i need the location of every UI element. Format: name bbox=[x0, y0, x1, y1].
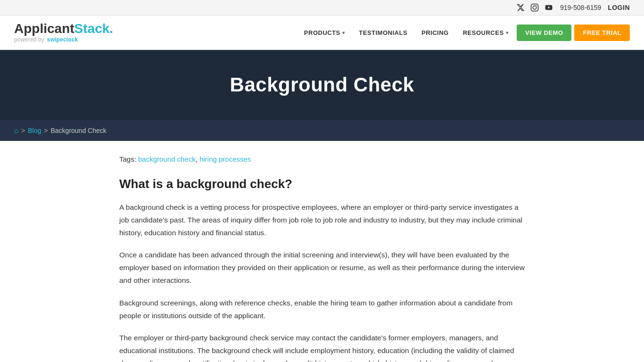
nav-products[interactable]: PRODUCTS ▾ bbox=[298, 25, 350, 40]
tag-background-check[interactable]: background check bbox=[138, 155, 196, 163]
chevron-down-icon: ▾ bbox=[506, 30, 509, 35]
logo-stack: Stack bbox=[74, 21, 110, 36]
social-icons bbox=[516, 3, 553, 12]
breadcrumb-sep-1: > bbox=[21, 127, 25, 134]
hero-banner: Background Check bbox=[0, 50, 644, 120]
view-demo-button[interactable]: VIEW DEMO bbox=[517, 25, 571, 41]
svg-rect-0 bbox=[531, 4, 538, 11]
hero-title: Background Check bbox=[14, 74, 630, 96]
nav-links: PRODUCTS ▾ TESTIMONIALS PRICING RESOURCE… bbox=[298, 25, 630, 41]
tag-hiring-processes[interactable]: hiring processes bbox=[199, 155, 251, 163]
logo-applicant: Applicant bbox=[14, 21, 74, 36]
breadcrumb-home-icon[interactable]: ⌂ bbox=[14, 126, 18, 134]
article-para-3: Background screenings, along with refere… bbox=[119, 296, 525, 322]
phone-number: 919-508-6159 bbox=[560, 4, 601, 11]
logo-subtitle: powered by swipeclock bbox=[14, 36, 79, 43]
article-para-1: A background check is a vetting process … bbox=[119, 201, 525, 239]
login-link[interactable]: LOGIN bbox=[608, 4, 630, 11]
top-bar: 919-508-6159 LOGIN bbox=[0, 0, 644, 16]
nav-resources[interactable]: RESOURCES ▾ bbox=[457, 25, 514, 40]
breadcrumb-current: Background Check bbox=[50, 127, 106, 134]
tags-line: Tags: background check, hiring processes bbox=[119, 155, 525, 163]
svg-point-1 bbox=[533, 6, 537, 9]
main-nav: ApplicantStack. powered by swipeclock PR… bbox=[0, 16, 644, 50]
svg-point-2 bbox=[536, 5, 537, 6]
instagram-icon[interactable] bbox=[530, 3, 539, 12]
tags-label: Tags: bbox=[119, 155, 136, 163]
breadcrumb-blog-link[interactable]: Blog bbox=[28, 127, 41, 134]
twitter-icon[interactable] bbox=[516, 3, 525, 12]
logo: ApplicantStack. powered by swipeclock bbox=[14, 22, 113, 43]
content-area: Tags: background check, hiring processes… bbox=[110, 141, 534, 362]
free-trial-button[interactable]: FREE TRIAL bbox=[574, 25, 630, 41]
chevron-down-icon: ▾ bbox=[342, 30, 345, 35]
article-para-2: Once a candidate has been advanced throu… bbox=[119, 248, 525, 287]
article-para-4: The employer or third-party background c… bbox=[119, 331, 525, 362]
breadcrumb-sep-2: > bbox=[44, 127, 48, 134]
nav-pricing[interactable]: PRICING bbox=[416, 25, 454, 40]
swipeclock-text: swipeclock bbox=[47, 36, 78, 43]
breadcrumb: ⌂ > Blog > Background Check bbox=[0, 120, 644, 141]
logo-dot: . bbox=[109, 21, 113, 36]
powered-by-text: powered by bbox=[14, 36, 44, 43]
nav-testimonials[interactable]: TESTIMONIALS bbox=[353, 25, 413, 40]
article-heading: What is a background check? bbox=[119, 176, 525, 192]
youtube-icon[interactable] bbox=[544, 3, 553, 12]
